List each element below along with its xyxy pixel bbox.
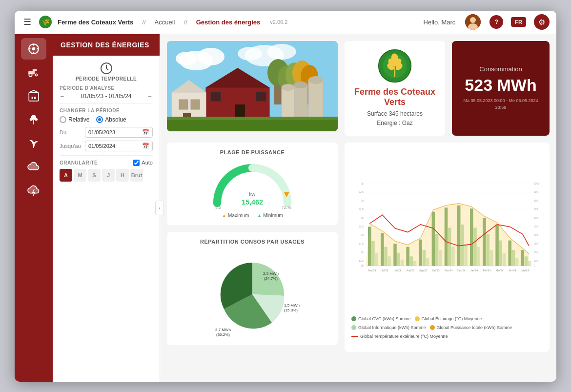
farm-logo [378, 49, 412, 83]
farm-name: Ferme des Coteaux Verts [352, 87, 437, 107]
sidebar-divider1 [60, 103, 153, 104]
topbar-breadcrumb-home[interactable]: Accueil [155, 19, 175, 26]
svg-text:Déc'24: Déc'24 [457, 269, 465, 272]
svg-point-29 [238, 47, 262, 61]
sidebar-prev-arrow[interactable]: ← [60, 93, 65, 100]
main-layout: Gestion des énergies PÉRIODE TEMPORELLE … [15, 34, 556, 382]
svg-text:12.5: 12.5 [359, 259, 364, 262]
farm-image [167, 41, 338, 131]
svg-text:600: 600 [534, 216, 538, 219]
consumption-value: 523 MWh [465, 76, 536, 95]
gran-btn-s[interactable]: S [88, 169, 101, 182]
svg-rect-50 [256, 92, 266, 101]
legend-eclairage: Global Éclairage (°C) Moyenne [415, 316, 482, 321]
main-content: Ferme des Coteaux Verts Surface 345 hect… [160, 34, 556, 382]
svg-text:17.5: 17.5 [359, 242, 364, 245]
nav-alerts[interactable] [21, 179, 46, 200]
clock-icon [100, 62, 113, 75]
sidebar-auto-checkbox[interactable]: Auto [133, 160, 153, 166]
sidebar-du-value: 01/05/2023 [88, 129, 115, 135]
svg-text:35: 35 [361, 182, 364, 185]
topbar-help-button[interactable]: ? [489, 15, 503, 29]
gran-btn-a[interactable]: A [60, 169, 72, 182]
svg-point-28 [267, 44, 296, 60]
auto-checkbox-label: Auto [142, 160, 153, 165]
topbar-hello: Hello, Marc [424, 19, 456, 26]
gauge-legend-max: ▲ Maximum [222, 213, 249, 218]
bar-chart-legend: Global CVC (kWh) Somme Global Éclairage … [351, 316, 543, 339]
nav-building[interactable] [21, 85, 46, 106]
gran-btn-m[interactable]: M [74, 169, 86, 182]
svg-text:Mai'24: Mai'24 [521, 269, 529, 272]
svg-text:(33,3%): (33,3%) [206, 295, 220, 299]
svg-text:Mar'24: Mar'24 [496, 269, 504, 272]
nav-wheat[interactable] [21, 108, 46, 130]
topbar-settings-button[interactable]: ⚙ [534, 14, 550, 30]
sidebar-collapse-btn[interactable]: ‹ [155, 201, 164, 215]
menu-icon[interactable]: ☰ [21, 15, 33, 29]
topbar-avatar[interactable] [465, 14, 481, 30]
svg-text:(36,2%): (36,2%) [216, 332, 230, 337]
svg-text:100: 100 [534, 259, 538, 262]
legend-temperature-label: Global Température extérieure (°C) Moyen… [360, 334, 448, 339]
svg-rect-16 [32, 97, 33, 99]
svg-text:72,76: 72,76 [282, 206, 292, 210]
sidebar-du-input[interactable]: 01/05/2023 📅 [85, 127, 153, 138]
gran-btn-h[interactable]: H [116, 169, 129, 182]
svg-text:3,7 MWh: 3,7 MWh [215, 328, 231, 332]
svg-point-45 [282, 84, 294, 91]
svg-text:(15,3%): (15,3%) [284, 308, 298, 312]
sidebar-period-icon-section: PÉRIODE TEMPORELLE [60, 62, 153, 82]
nav-energy[interactable] [21, 38, 46, 60]
sidebar-period-label: PÉRIODE TEMPORELLE [76, 76, 137, 82]
app-window: ☰ 🌾 Ferme des Coteaux Verts // Accueil /… [15, 11, 556, 382]
sidebar-jusquau-row: Jusqu'au 01/05/2024 📅 [60, 141, 153, 151]
svg-text:10: 10 [361, 264, 364, 267]
svg-text:500: 500 [534, 225, 538, 228]
topbar-sep1: // [142, 19, 145, 26]
sidebar-jusquau-input[interactable]: 01/05/2024 📅 [85, 141, 153, 151]
sidebar-title: Gestion des énergies [53, 34, 160, 56]
svg-text:Avr'24: Avr'24 [509, 269, 516, 272]
radio-absolue-label: Absolue [105, 116, 126, 123]
radio-relative-label: Relative [68, 116, 89, 123]
topbar-lang-button[interactable]: FR [511, 17, 526, 27]
calendar-du-icon[interactable]: 📅 [142, 129, 149, 136]
svg-text:Nov'24: Nov'24 [445, 269, 452, 272]
pie-chart-card: RÉPARTITION CONSOS PAR USAGES [167, 232, 338, 345]
content-top-row: Ferme des Coteaux Verts Surface 345 hect… [167, 41, 550, 136]
svg-rect-53 [179, 100, 188, 109]
svg-point-20 [30, 117, 34, 121]
sidebar-radio-absolue[interactable]: Absolue [96, 116, 126, 123]
svg-text:25: 25 [361, 216, 364, 219]
farm-logo-small: 🌾 [39, 16, 52, 28]
sidebar-change-label: CHANGER LA PÉRIODE [60, 108, 153, 113]
svg-text:32.5: 32.5 [359, 190, 364, 193]
sidebar-next-arrow[interactable]: → [147, 93, 153, 100]
sidebar-radio-relative[interactable]: Relative [60, 116, 89, 123]
svg-point-14 [35, 74, 37, 76]
gran-btn-j[interactable]: J [102, 169, 115, 182]
auto-checkbox-input[interactable] [133, 160, 140, 166]
left-nav [15, 34, 53, 382]
gauge-max-label: Maximum [228, 213, 249, 218]
svg-text:800: 800 [534, 199, 538, 202]
nav-plant[interactable] [21, 132, 46, 153]
svg-rect-17 [34, 97, 36, 99]
legend-eclairage-label: Global Éclairage (°C) Moyenne [422, 316, 482, 321]
svg-point-25 [197, 48, 224, 65]
legend-temperature: Global Température extérieure (°C) Moyen… [351, 334, 448, 339]
nav-farm[interactable] [21, 62, 46, 83]
gran-btn-brut[interactable]: Brut [130, 169, 143, 182]
svg-text:Jan'24: Jan'24 [470, 269, 478, 272]
consumption-card: Consommation 523 MWh Ma 05.05.2023 00:00… [452, 41, 550, 136]
farm-energie: Energie : Gaz [377, 119, 412, 128]
legend-puissance: Global Puissance totale (kWh) Somme [430, 325, 512, 330]
sidebar-granularity-label: GRANULARITÉ [60, 160, 98, 165]
consumption-label: Consommation [479, 65, 522, 73]
svg-point-41 [308, 76, 323, 84]
svg-text:900: 900 [534, 190, 538, 193]
nav-weather[interactable] [21, 155, 46, 177]
legend-cvc-label: Global CVC (kWh) Somme [358, 316, 411, 321]
calendar-jusquau-icon[interactable]: 📅 [142, 143, 149, 149]
